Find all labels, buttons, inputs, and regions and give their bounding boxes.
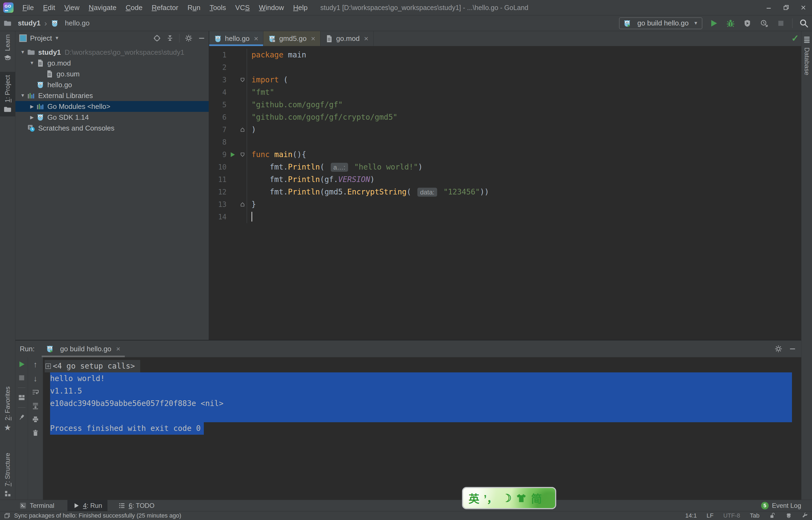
- menu-vcs[interactable]: VCS: [231, 3, 254, 12]
- restore-layout-button[interactable]: [18, 394, 25, 401]
- tree-item-go.mod[interactable]: ▼go.mod: [16, 58, 209, 69]
- project-panel-title[interactable]: Project: [30, 34, 52, 43]
- run-settings-gear-icon[interactable]: [775, 345, 782, 353]
- run-line-icon[interactable]: [227, 152, 239, 158]
- coverage-button[interactable]: [742, 18, 753, 29]
- tool-button-terminal[interactable]: Terminal: [14, 500, 60, 511]
- editor-line-5: 5"github.com/gogf/gf": [209, 99, 801, 111]
- search-everywhere-button[interactable]: [799, 18, 809, 29]
- close-icon[interactable]: ×: [311, 34, 315, 43]
- chevron-down-icon[interactable]: ▼: [55, 35, 59, 41]
- gofile-icon: [46, 70, 54, 78]
- locate-file-button[interactable]: [153, 34, 161, 42]
- tree-item-go.sum[interactable]: go.sum: [16, 69, 209, 79]
- menu-help[interactable]: Help: [288, 3, 312, 12]
- debug-button[interactable]: [725, 18, 736, 29]
- status-message[interactable]: Sync packages of hello: Finished success…: [14, 512, 181, 519]
- tool-button-favorites[interactable]: 2: Favorites ★: [0, 383, 15, 435]
- run-button[interactable]: [708, 18, 719, 29]
- tab-go.mod[interactable]: go.mod×: [320, 31, 373, 46]
- clear-console-button[interactable]: [32, 429, 39, 437]
- main-area: Learn 1: Project 2: Favorites ★ 7: Struc…: [0, 31, 812, 500]
- event-log-badge: 5: [761, 502, 769, 510]
- todo-label: 6: TODO: [129, 502, 154, 510]
- code-text: fmt.Println(gmd5.EncryptString( data: "1…: [247, 186, 489, 199]
- background-tasks-icon[interactable]: [4, 513, 10, 519]
- run-console-tab[interactable]: go build hello.go ×: [42, 340, 125, 357]
- next-occurrence-button[interactable]: ↓: [33, 374, 37, 383]
- tool-button-event-log[interactable]: 5 Event Log: [761, 502, 812, 510]
- wrench-icon[interactable]: [802, 513, 808, 519]
- menu-run[interactable]: Run: [183, 3, 205, 12]
- tree-item-external-libraries[interactable]: ▼External Libraries: [16, 90, 209, 101]
- close-icon[interactable]: ×: [364, 34, 368, 43]
- pin-tab-button[interactable]: [18, 414, 25, 421]
- libs-icon: [27, 92, 35, 99]
- ime-language-popup[interactable]: 英 ’， ☽ 简: [462, 487, 556, 509]
- fold-gutter: [239, 49, 247, 61]
- tree-item-study1[interactable]: ▼study1D:\workspaces\go_workspaces\study…: [16, 47, 209, 58]
- tool-button-project[interactable]: 1: Project: [0, 72, 15, 116]
- fold-marker-icon[interactable]: [239, 124, 247, 136]
- tool-button-todo[interactable]: 6: TODO: [113, 500, 160, 511]
- file-encoding[interactable]: UTF-8: [723, 512, 740, 519]
- project-tool-window: Project ▼ ▼study1D:\workspaces\go_worksp…: [16, 31, 209, 340]
- lock-open-icon[interactable]: [769, 513, 776, 519]
- fold-marker-icon[interactable]: [239, 198, 247, 211]
- highlighting-level-icon[interactable]: [785, 513, 792, 519]
- menu-edit[interactable]: Edit: [38, 3, 60, 12]
- caret-position[interactable]: 14:1: [685, 512, 697, 519]
- tab-hello.go[interactable]: hello.go×: [209, 31, 263, 46]
- inspection-ok-icon[interactable]: ✓: [791, 33, 799, 44]
- menu-refactor[interactable]: Refactor: [147, 3, 183, 12]
- tree-collapse-icon[interactable]: ▼: [18, 50, 27, 55]
- scroll-to-end-button[interactable]: [32, 402, 39, 410]
- close-button[interactable]: [795, 0, 812, 15]
- tree-expand-icon[interactable]: ▶: [27, 104, 36, 109]
- tool-button-learn[interactable]: Learn: [0, 31, 15, 65]
- collapse-all-button[interactable]: [166, 34, 174, 42]
- prev-occurrence-button[interactable]: ↑: [33, 361, 37, 369]
- tree-item-scratches-and-consoles[interactable]: Scratches and Consoles: [16, 123, 209, 133]
- menu-file[interactable]: File: [18, 3, 38, 12]
- tree-expand-icon[interactable]: ▶: [27, 114, 36, 120]
- hide-run-panel-button[interactable]: [789, 345, 796, 353]
- tree-item-go-sdk-1.14[interactable]: ▶Go SDK 1.14: [16, 112, 209, 123]
- tool-button-run[interactable]: 4: Run: [67, 500, 108, 511]
- collapsed-fold[interactable]: <4 go setup calls>: [45, 360, 140, 372]
- menu-view[interactable]: View: [60, 3, 84, 12]
- minimize-button[interactable]: [760, 0, 777, 15]
- learn-label: Learn: [4, 34, 11, 51]
- menu-tools[interactable]: Tools: [205, 3, 231, 12]
- print-button[interactable]: [32, 416, 39, 423]
- close-icon[interactable]: ×: [254, 34, 258, 43]
- menu-window[interactable]: Window: [254, 3, 288, 12]
- settings-gear-icon[interactable]: [185, 34, 192, 42]
- fold-marker-icon[interactable]: [239, 74, 247, 86]
- tool-button-database[interactable]: Database: [802, 33, 812, 79]
- profiler-button[interactable]: [759, 18, 769, 29]
- breadcrumb-project[interactable]: study1: [18, 19, 40, 27]
- code-editor[interactable]: 1package main23import (4"fmt"5"github.co…: [209, 46, 801, 340]
- tree-item-hello.go[interactable]: hello.go: [16, 79, 209, 90]
- run-console-output[interactable]: <4 go setup calls>hello world!v1.11.5e10…: [43, 357, 801, 500]
- restore-button[interactable]: [777, 0, 795, 15]
- rerun-button[interactable]: [18, 361, 25, 368]
- line-ending[interactable]: LF: [707, 512, 714, 519]
- menu-code[interactable]: Code: [121, 3, 147, 12]
- fold-marker-icon[interactable]: [239, 149, 247, 161]
- menu-navigate[interactable]: Navigate: [84, 3, 121, 12]
- run-configuration-select[interactable]: go build hello.go ▼: [619, 17, 702, 29]
- fold-gutter: [239, 186, 247, 198]
- tree-item-go-modules-hello-[interactable]: ▶Go Modules <hello>: [16, 101, 209, 112]
- tab-gmd5.go[interactable]: gmd5.go×: [263, 31, 320, 46]
- tree-collapse-icon[interactable]: ▼: [18, 93, 27, 98]
- close-icon[interactable]: ×: [116, 345, 120, 353]
- tool-button-structure[interactable]: 7: Structure: [0, 449, 15, 500]
- hide-panel-button[interactable]: [198, 34, 205, 42]
- expand-fold-icon[interactable]: [45, 363, 51, 369]
- indent-style[interactable]: Tab: [750, 512, 759, 519]
- soft-wrap-button[interactable]: [32, 389, 39, 396]
- breadcrumb-file[interactable]: hello.go: [65, 19, 90, 27]
- tree-collapse-icon[interactable]: ▼: [27, 60, 36, 66]
